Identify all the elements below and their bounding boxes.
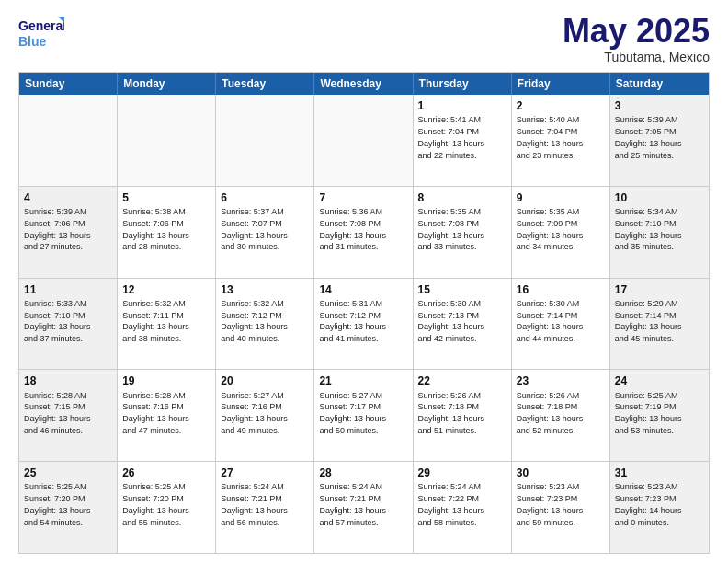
day-number-26: 26 <box>122 465 210 480</box>
day-content-23: Sunrise: 5:26 AMSunset: 7:18 PMDaylight:… <box>517 391 584 435</box>
day-number-19: 19 <box>122 373 210 388</box>
day-cell-15: 15Sunrise: 5:30 AMSunset: 7:13 PMDayligh… <box>414 279 512 370</box>
day-number-15: 15 <box>418 282 506 297</box>
empty-cell-r0-c3 <box>314 95 413 186</box>
day-number-31: 31 <box>615 465 704 480</box>
day-cell-27: 27Sunrise: 5:24 AMSunset: 7:21 PMDayligh… <box>216 462 314 553</box>
day-content-29: Sunrise: 5:24 AMSunset: 7:22 PMDaylight:… <box>418 482 485 526</box>
logo-svg: General Blue <box>18 15 64 53</box>
day-number-6: 6 <box>221 190 309 205</box>
day-number-16: 16 <box>517 282 605 297</box>
day-number-4: 4 <box>24 190 112 205</box>
day-number-8: 8 <box>418 190 506 205</box>
calendar: SundayMondayTuesdayWednesdayThursdayFrid… <box>18 72 710 554</box>
cal-week-3: 11Sunrise: 5:33 AMSunset: 7:10 PMDayligh… <box>19 278 709 370</box>
day-number-9: 9 <box>517 190 605 205</box>
calendar-header-row: SundayMondayTuesdayWednesdayThursdayFrid… <box>19 73 709 95</box>
cal-week-2: 4Sunrise: 5:39 AMSunset: 7:06 PMDaylight… <box>19 186 709 278</box>
day-number-28: 28 <box>319 465 407 480</box>
day-cell-14: 14Sunrise: 5:31 AMSunset: 7:12 PMDayligh… <box>314 279 413 370</box>
day-number-7: 7 <box>319 190 407 205</box>
day-number-3: 3 <box>615 98 704 113</box>
header-day-monday: Monday <box>118 73 216 95</box>
day-cell-1: 1Sunrise: 5:41 AMSunset: 7:04 PMDaylight… <box>414 95 512 186</box>
month-title: May 2025 <box>563 15 710 48</box>
day-content-12: Sunrise: 5:32 AMSunset: 7:11 PMDaylight:… <box>122 299 189 343</box>
day-content-7: Sunrise: 5:36 AMSunset: 7:08 PMDaylight:… <box>319 207 386 251</box>
calendar-body: 1Sunrise: 5:41 AMSunset: 7:04 PMDaylight… <box>19 95 709 553</box>
day-content-5: Sunrise: 5:38 AMSunset: 7:06 PMDaylight:… <box>122 207 189 251</box>
day-cell-6: 6Sunrise: 5:37 AMSunset: 7:07 PMDaylight… <box>216 187 314 278</box>
day-content-11: Sunrise: 5:33 AMSunset: 7:10 PMDaylight:… <box>24 299 91 343</box>
day-number-1: 1 <box>418 98 506 113</box>
day-content-3: Sunrise: 5:39 AMSunset: 7:05 PMDaylight:… <box>615 115 682 159</box>
svg-text:Blue: Blue <box>18 34 47 49</box>
cal-week-4: 18Sunrise: 5:28 AMSunset: 7:15 PMDayligh… <box>19 369 709 461</box>
day-cell-9: 9Sunrise: 5:35 AMSunset: 7:09 PMDaylight… <box>512 187 610 278</box>
day-content-10: Sunrise: 5:34 AMSunset: 7:10 PMDaylight:… <box>615 207 682 251</box>
day-cell-22: 22Sunrise: 5:26 AMSunset: 7:18 PMDayligh… <box>414 370 512 461</box>
header-day-tuesday: Tuesday <box>216 73 314 95</box>
day-number-20: 20 <box>221 373 309 388</box>
cal-week-1: 1Sunrise: 5:41 AMSunset: 7:04 PMDaylight… <box>19 95 709 186</box>
day-content-14: Sunrise: 5:31 AMSunset: 7:12 PMDaylight:… <box>319 299 386 343</box>
day-cell-30: 30Sunrise: 5:23 AMSunset: 7:23 PMDayligh… <box>512 462 610 553</box>
day-content-9: Sunrise: 5:35 AMSunset: 7:09 PMDaylight:… <box>517 207 584 251</box>
day-cell-5: 5Sunrise: 5:38 AMSunset: 7:06 PMDaylight… <box>118 187 216 278</box>
day-number-14: 14 <box>319 282 407 297</box>
day-content-28: Sunrise: 5:24 AMSunset: 7:21 PMDaylight:… <box>319 482 386 526</box>
day-number-22: 22 <box>418 373 506 388</box>
day-content-4: Sunrise: 5:39 AMSunset: 7:06 PMDaylight:… <box>24 207 91 251</box>
day-cell-3: 3Sunrise: 5:39 AMSunset: 7:05 PMDaylight… <box>610 95 709 186</box>
day-cell-25: 25Sunrise: 5:25 AMSunset: 7:20 PMDayligh… <box>19 462 118 553</box>
day-content-22: Sunrise: 5:26 AMSunset: 7:18 PMDaylight:… <box>418 391 485 435</box>
day-cell-29: 29Sunrise: 5:24 AMSunset: 7:22 PMDayligh… <box>414 462 512 553</box>
page: General Blue May 2025 Tubutama, Mexico S… <box>0 0 728 563</box>
header: General Blue May 2025 Tubutama, Mexico <box>18 15 710 64</box>
day-content-18: Sunrise: 5:28 AMSunset: 7:15 PMDaylight:… <box>24 391 91 435</box>
day-content-21: Sunrise: 5:27 AMSunset: 7:17 PMDaylight:… <box>319 391 386 435</box>
day-number-24: 24 <box>615 373 704 388</box>
day-number-5: 5 <box>122 190 210 205</box>
cal-week-5: 25Sunrise: 5:25 AMSunset: 7:20 PMDayligh… <box>19 461 709 553</box>
day-cell-26: 26Sunrise: 5:25 AMSunset: 7:20 PMDayligh… <box>118 462 216 553</box>
day-content-15: Sunrise: 5:30 AMSunset: 7:13 PMDaylight:… <box>418 299 485 343</box>
day-content-16: Sunrise: 5:30 AMSunset: 7:14 PMDaylight:… <box>517 299 584 343</box>
empty-cell-r0-c0 <box>19 95 118 186</box>
title-block: May 2025 Tubutama, Mexico <box>563 15 710 64</box>
day-content-13: Sunrise: 5:32 AMSunset: 7:12 PMDaylight:… <box>221 299 288 343</box>
day-cell-19: 19Sunrise: 5:28 AMSunset: 7:16 PMDayligh… <box>118 370 216 461</box>
day-content-25: Sunrise: 5:25 AMSunset: 7:20 PMDaylight:… <box>24 482 91 526</box>
day-content-19: Sunrise: 5:28 AMSunset: 7:16 PMDaylight:… <box>122 391 189 435</box>
day-number-23: 23 <box>517 373 605 388</box>
day-number-13: 13 <box>221 282 309 297</box>
day-content-1: Sunrise: 5:41 AMSunset: 7:04 PMDaylight:… <box>418 115 485 159</box>
day-cell-8: 8Sunrise: 5:35 AMSunset: 7:08 PMDaylight… <box>414 187 512 278</box>
header-day-saturday: Saturday <box>610 73 709 95</box>
day-number-11: 11 <box>24 282 112 297</box>
day-number-18: 18 <box>24 373 112 388</box>
day-content-2: Sunrise: 5:40 AMSunset: 7:04 PMDaylight:… <box>517 115 584 159</box>
header-day-thursday: Thursday <box>414 73 512 95</box>
day-number-2: 2 <box>517 98 605 113</box>
day-cell-18: 18Sunrise: 5:28 AMSunset: 7:15 PMDayligh… <box>19 370 118 461</box>
day-content-26: Sunrise: 5:25 AMSunset: 7:20 PMDaylight:… <box>122 482 189 526</box>
day-content-6: Sunrise: 5:37 AMSunset: 7:07 PMDaylight:… <box>221 207 288 251</box>
day-cell-28: 28Sunrise: 5:24 AMSunset: 7:21 PMDayligh… <box>314 462 413 553</box>
day-cell-24: 24Sunrise: 5:25 AMSunset: 7:19 PMDayligh… <box>610 370 709 461</box>
day-cell-23: 23Sunrise: 5:26 AMSunset: 7:18 PMDayligh… <box>512 370 610 461</box>
day-cell-2: 2Sunrise: 5:40 AMSunset: 7:04 PMDaylight… <box>512 95 610 186</box>
header-day-wednesday: Wednesday <box>314 73 413 95</box>
day-cell-13: 13Sunrise: 5:32 AMSunset: 7:12 PMDayligh… <box>216 279 314 370</box>
day-content-27: Sunrise: 5:24 AMSunset: 7:21 PMDaylight:… <box>221 482 288 526</box>
empty-cell-r0-c2 <box>216 95 314 186</box>
day-cell-11: 11Sunrise: 5:33 AMSunset: 7:10 PMDayligh… <box>19 279 118 370</box>
day-cell-4: 4Sunrise: 5:39 AMSunset: 7:06 PMDaylight… <box>19 187 118 278</box>
header-day-friday: Friday <box>512 73 610 95</box>
day-content-17: Sunrise: 5:29 AMSunset: 7:14 PMDaylight:… <box>615 299 682 343</box>
day-content-20: Sunrise: 5:27 AMSunset: 7:16 PMDaylight:… <box>221 391 288 435</box>
day-number-21: 21 <box>319 373 407 388</box>
day-number-12: 12 <box>122 282 210 297</box>
day-number-17: 17 <box>615 282 704 297</box>
day-cell-17: 17Sunrise: 5:29 AMSunset: 7:14 PMDayligh… <box>610 279 709 370</box>
